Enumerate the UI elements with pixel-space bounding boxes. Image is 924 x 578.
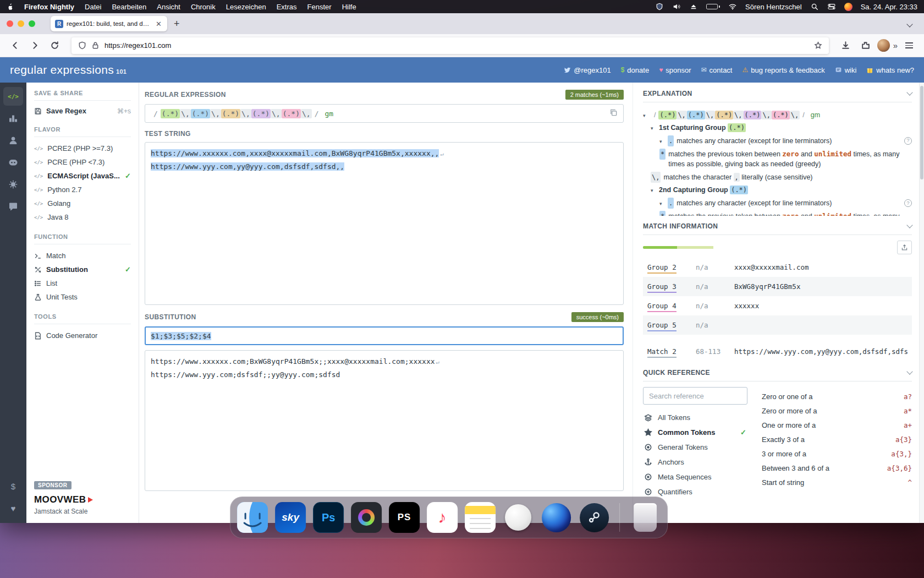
discord-icon[interactable] [3,153,23,172]
back-button[interactable] [7,37,23,54]
help-icon[interactable]: ? [904,199,912,207]
menubar-app-name[interactable]: Firefox Nightly [24,3,74,11]
hamburger-menu-icon[interactable] [901,37,917,54]
flavor-ecmascript[interactable]: </>ECMAScript (JavaS...✓ [34,169,131,183]
overflow-chevrons-icon[interactable]: » [893,41,898,50]
expand-triangle-icon[interactable]: ▾ [651,187,656,195]
flavor-golang[interactable]: </>Golang [34,197,131,210]
flavor-java[interactable]: </>Java 8 [34,210,131,224]
profile-avatar[interactable] [877,39,890,52]
menu-bearbeiten[interactable]: Bearbeiten [112,3,146,11]
table-row[interactable]: Group 4 n/a xxxxxx [643,296,912,315]
tab-close-icon[interactable]: ✕ [155,20,163,28]
flavor-python[interactable]: </>Python 2.7 [34,183,131,197]
reference-entry[interactable]: Zero or more of aa* [762,403,912,418]
save-regex-button[interactable]: Save Regex ⌘+s [34,105,131,117]
group2-row[interactable]: ▾ 2nd Capturing Group (.*) [651,185,912,195]
flavor-pcre2[interactable]: </>PCRE2 (PHP >=7.3) [34,141,131,155]
export-matches-button[interactable] [897,241,912,254]
reload-button[interactable] [46,37,63,54]
feedback-chat-icon[interactable] [3,197,23,216]
category-all-tokens[interactable]: All Tokens [643,410,747,425]
sponsor-logo[interactable]: MOOVWEB [34,494,131,505]
function-match[interactable]: Match [34,249,131,263]
url-text[interactable]: https://regex101.com [105,41,809,50]
url-bar[interactable]: https://regex101.com [72,37,829,54]
bookmark-star-icon[interactable] [814,41,822,50]
donate-link[interactable]: $donate [621,66,649,74]
settings-gear-icon[interactable] [3,175,23,194]
site-logo[interactable]: regular expressions 101 [10,63,127,77]
new-tab-button[interactable]: + [174,19,180,29]
battery-icon[interactable] [706,4,720,9]
list-all-tabs-icon[interactable] [908,19,912,29]
expand-triangle-icon[interactable]: ▾ [643,112,648,120]
bug-reports-link[interactable]: ⚠bug reports & feedback [742,66,824,74]
test-string-editor[interactable]: https://www.xxxxxx.com,xxxx@xxxxxmail.co… [145,142,624,305]
twitter-link[interactable]: @regex101 [564,66,610,74]
account-user-icon[interactable] [3,131,23,150]
close-window-button[interactable] [7,20,13,27]
reference-entry[interactable]: Start of string^ [762,475,912,489]
forward-button[interactable] [26,37,43,54]
spotlight-search-icon[interactable] [810,3,819,10]
expand-triangle-icon[interactable]: ▾ [659,200,665,208]
whats-new-link[interactable]: whats new? [866,66,914,74]
tracking-protection-shield-icon[interactable] [78,41,86,50]
menubar-username[interactable]: Sören Hentzschel [745,3,802,11]
lock-icon[interactable] [91,41,100,50]
reference-entry[interactable]: Exactly 3 of aa{3} [762,432,912,446]
volume-icon[interactable] [672,3,681,10]
expand-triangle-icon[interactable]: ▾ [659,138,665,146]
copy-regex-icon[interactable] [609,108,618,118]
category-common-tokens[interactable]: Common Tokens✓ [643,425,747,440]
library-chart-icon[interactable] [3,109,23,128]
regex-input[interactable]: / (.*)\,(.*)\,(.*)\,(.*)\,(.*)\, / gm [145,104,624,123]
dock-trash-icon[interactable] [630,502,661,533]
dock-playstation-icon[interactable]: PS [389,502,420,533]
dock-lens-app-icon[interactable] [351,502,382,533]
scrollbar-thumb[interactable] [920,86,923,179]
match-information-header[interactable]: MATCH INFORMATION [643,222,912,235]
dock-firefox-nightly-icon[interactable] [541,502,571,533]
category-anchors[interactable]: Anchors [643,455,747,470]
contact-link[interactable]: ✉contact [701,66,733,74]
donate-rail-icon[interactable]: $ [3,477,23,495]
sponsor-heart-rail-icon[interactable]: ♥ [3,499,23,517]
wiki-link[interactable]: wiki [835,66,857,74]
search-reference-input[interactable] [643,387,747,405]
table-row[interactable]: Group 3 n/a BxWG8yqrP41GBm5x [643,277,912,296]
menu-ansicht[interactable]: Ansicht [157,3,180,11]
reference-entry[interactable]: Zero or one of aa? [762,389,912,403]
dock-steam-icon[interactable] [579,502,609,533]
category-meta-sequences[interactable]: Meta Sequences [643,470,747,484]
wifi-icon[interactable] [728,3,737,10]
function-substitution[interactable]: Substitution✓ [34,263,131,276]
function-unit-tests[interactable]: Unit Tests [34,290,131,304]
expand-triangle-icon[interactable]: ▾ [651,125,656,133]
control-center-icon[interactable] [827,3,836,10]
regex-editor-rail-icon[interactable]: </> [3,87,23,106]
category-general-tokens[interactable]: General Tokens [643,440,747,455]
menu-datei[interactable]: Datei [85,3,101,11]
shield-status-icon[interactable] [655,3,664,10]
group1-row[interactable]: ▾ 1st Capturing Group (.*) [651,123,912,133]
dock-sky-icon[interactable]: sky [275,502,306,533]
firefox-menubar-icon[interactable] [844,3,853,11]
downloads-icon[interactable] [838,37,854,54]
reference-entry[interactable]: Between 3 and 6 of aa{3,6} [762,461,912,475]
reference-entry[interactable]: One or more of aa+ [762,418,912,432]
menu-fenster[interactable]: Fenster [307,3,332,11]
help-icon[interactable]: ? [904,137,912,145]
dock-music-icon[interactable]: ♪ [427,502,458,533]
apple-menu-icon[interactable] [7,3,14,11]
menubar-clock[interactable]: Sa. 24. Apr. 23:33 [861,3,917,11]
menu-chronik[interactable]: Chronik [191,3,216,11]
zoom-window-button[interactable] [29,20,35,27]
browser-tab[interactable]: R regex101: build, test, and debug ✕ [51,16,167,31]
table-row[interactable]: Group 2 n/a xxxx@xxxxxmail.com [643,258,912,277]
quick-reference-header[interactable]: QUICK REFERENCE [643,369,912,381]
dock-photoshop-icon[interactable]: Ps [313,502,344,533]
menu-lesezeichen[interactable]: Lesezeichen [226,3,266,11]
extensions-icon[interactable] [857,37,874,54]
